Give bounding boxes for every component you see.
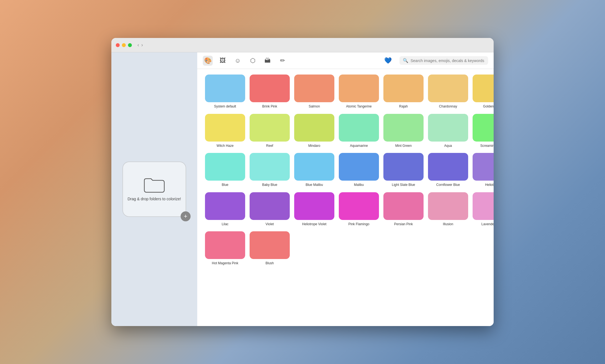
color-item[interactable]: Rajah [383,75,424,109]
color-item[interactable]: Blue [205,153,245,187]
color-label: Blush [265,261,274,266]
colors-grid-container[interactable]: System defaultBrink PinkSalmonAtomic Tan… [197,69,494,326]
color-item[interactable]: Violet [250,192,290,227]
color-item[interactable]: Witch Haze [205,114,245,148]
color-label: System default [214,104,236,109]
color-swatch [339,114,379,142]
color-swatch [250,153,290,181]
color-label: Golden Glow [483,104,494,109]
color-swatch [250,114,290,142]
color-item[interactable]: Light Slate Blue [383,153,424,187]
color-label: Persian Pink [394,222,413,227]
color-item[interactable]: Lilac [205,192,245,227]
color-item[interactable]: Mindaro [294,114,334,148]
color-label: Atomic Tangerine [346,104,372,109]
color-item[interactable]: Lavender Rose [473,192,494,227]
forward-arrow[interactable]: › [141,42,143,48]
main-window: ‹ › Drag & drop folders to colorize! + [111,38,494,326]
photo-tab[interactable]: 🏔 [263,56,273,66]
color-item[interactable]: Illusion [428,192,468,227]
color-label: Heliotrope Violet [302,222,327,227]
emoji-tab[interactable]: ☺ [233,56,243,66]
color-item[interactable]: Blue Malibu [294,153,334,187]
color-item[interactable]: Aqua [428,114,468,148]
color-label: Baby Blue [262,183,277,187]
color-label: Screamin' Green [480,144,494,148]
heart-icon: 💙 [384,57,392,64]
title-bar: ‹ › [111,38,494,52]
color-item[interactable]: Persian Pink [383,192,424,227]
color-swatch [473,153,494,181]
traffic-lights [116,43,132,47]
color-label: Mint Green [395,144,412,148]
minimize-button[interactable] [122,43,126,47]
image-tab[interactable]: 🖼 [218,56,228,66]
color-swatch [205,75,245,102]
color-item[interactable]: Chardonnay [428,75,468,109]
add-folder-button[interactable]: + [181,211,191,221]
toolbar: 🎨 🖼 ☺ ⬡ 🏔 ✏ 💙 🔍 [197,52,494,69]
color-swatch [205,231,245,259]
color-label: Lavender Rose [481,222,494,227]
color-swatch [294,153,334,181]
color-swatch [250,192,290,220]
color-swatch [428,114,468,142]
search-input[interactable] [411,58,485,63]
color-item[interactable]: Golden Glow [473,75,494,109]
palette-tab[interactable]: 🎨 [203,56,213,66]
color-item[interactable]: Blush [250,231,290,266]
color-label: Lilac [222,222,229,227]
color-swatch [473,114,494,142]
color-label: Aqua [444,144,452,148]
colors-grid: System defaultBrink PinkSalmonAtomic Tan… [205,75,486,266]
color-label: Pink Flamingo [348,222,369,227]
color-item[interactable]: Reef [250,114,290,148]
color-item[interactable]: Aquamarine [339,114,379,148]
color-label: Hot Magenta Pink [212,261,238,266]
fullscreen-button[interactable] [128,43,132,47]
color-swatch [473,75,494,102]
folder-icon [143,176,165,193]
color-swatch [294,192,334,220]
color-swatch [294,75,334,102]
back-arrow[interactable]: ‹ [137,42,139,48]
sidebar: Drag & drop folders to colorize! + [111,52,197,326]
nav-arrows: ‹ › [137,42,143,48]
search-bar[interactable]: 🔍 [399,56,488,65]
color-swatch [428,75,468,102]
color-item[interactable]: Hot Magenta Pink [205,231,245,266]
color-label: Aquamarine [350,144,368,148]
color-swatch [205,192,245,220]
color-swatch [473,192,494,220]
color-item[interactable]: Mint Green [383,114,424,148]
close-button[interactable] [116,43,120,47]
color-label: Mindaro [308,144,320,148]
color-swatch [428,153,468,181]
color-label: Heliotrope [485,183,494,187]
toolbar-icons: 🎨 🖼 ☺ ⬡ 🏔 ✏ [203,56,288,66]
color-label: Rajah [399,104,408,109]
color-item[interactable]: Malibu [339,153,379,187]
color-item[interactable]: Atomic Tangerine [339,75,379,109]
drop-zone[interactable]: Drag & drop folders to colorize! + [122,162,186,217]
color-swatch [428,192,468,220]
color-swatch [383,75,424,102]
color-swatch [205,114,245,142]
color-item[interactable]: Heliotrope [473,153,494,187]
color-item[interactable]: System default [205,75,245,109]
search-icon: 🔍 [403,58,408,63]
color-item[interactable]: Screamin' Green [473,114,494,148]
color-item[interactable]: Brink Pink [250,75,290,109]
drop-text: Drag & drop folders to colorize! [128,196,181,202]
color-item[interactable]: Heliotrope Violet [294,192,334,227]
color-item[interactable]: Pink Flamingo [339,192,379,227]
color-label: Violet [266,222,274,227]
color-label: Light Slate Blue [392,183,415,187]
eyedropper-tab[interactable]: ✏ [278,56,288,66]
sticker-tab[interactable]: ⬡ [248,56,258,66]
color-label: Brink Pink [262,104,277,109]
color-label: Malibu [354,183,364,187]
color-item[interactable]: Cornflower Blue [428,153,468,187]
color-item[interactable]: Baby Blue [250,153,290,187]
color-item[interactable]: Salmon [294,75,334,109]
